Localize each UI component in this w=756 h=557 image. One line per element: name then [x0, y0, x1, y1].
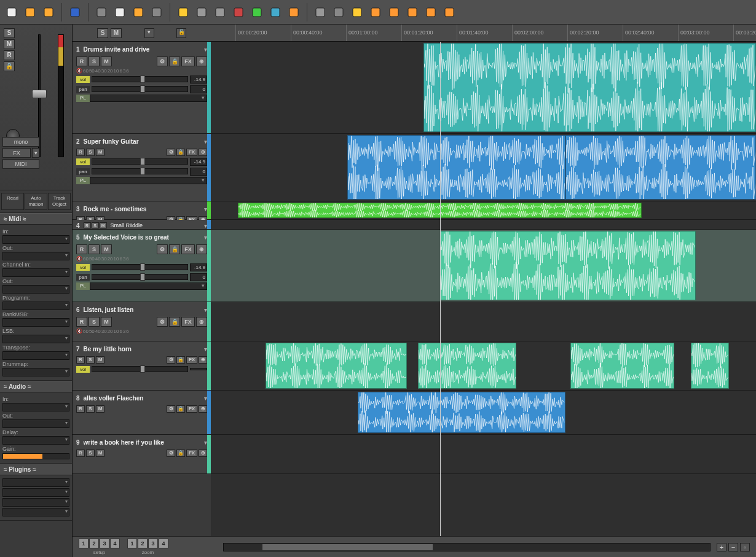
track-name[interactable]: Super funky Guitar [84, 138, 200, 145]
setup-preset-button[interactable]: 1 [79, 539, 89, 548]
volume-slider[interactable] [92, 264, 188, 270]
cut-special-icon[interactable] [150, 6, 163, 19]
fx-button[interactable]: FX [181, 56, 195, 66]
playhead[interactable] [440, 42, 441, 536]
cut-icon[interactable] [95, 6, 108, 19]
track-name[interactable]: Be my little horn [84, 346, 200, 353]
lock-icon[interactable]: 🔒 [169, 317, 180, 327]
track-object-button[interactable]: Track Object [48, 193, 71, 210]
marker-icon[interactable] [176, 6, 190, 19]
mute[interactable]: M [100, 222, 107, 228]
track-lane[interactable] [211, 391, 756, 435]
track-lane[interactable] [211, 220, 756, 230]
field-combo[interactable] [2, 368, 69, 376]
audio-clip[interactable] [266, 343, 408, 389]
pan-slider[interactable] [92, 168, 188, 174]
lock-icon[interactable] [350, 6, 364, 19]
field-combo[interactable] [2, 302, 69, 310]
field-combo[interactable] [2, 436, 69, 445]
range2-icon[interactable] [387, 6, 401, 19]
ruler-menu[interactable]: ▾ [144, 28, 154, 38]
undo-icon[interactable] [195, 6, 208, 19]
record-arm-button[interactable]: R [76, 149, 85, 156]
record-arm-button[interactable]: R [76, 450, 85, 457]
zoom-preset-button[interactable]: 2 [138, 539, 148, 548]
record-arm-button[interactable]: R [76, 317, 87, 327]
automation-button[interactable]: Auto mation [25, 193, 47, 210]
track-name[interactable]: Drums invite and drive [84, 46, 200, 53]
solo-button[interactable]: S [89, 56, 100, 66]
plugin-icon[interactable]: ⊕ [196, 317, 207, 327]
open-folder-icon[interactable] [23, 6, 37, 19]
zoom-in-h[interactable]: + [717, 543, 726, 551]
zoom-tool-icon[interactable] [332, 6, 345, 19]
setup-preset-button[interactable]: 4 [110, 539, 120, 548]
lock-icon[interactable]: 🔒 [176, 450, 185, 457]
plugin-icon[interactable]: ⊕ [199, 356, 207, 364]
field-combo[interactable] [2, 351, 69, 360]
track-lane[interactable] [211, 230, 756, 302]
fx-button[interactable]: FX [181, 317, 195, 327]
gear-icon[interactable]: ⚙ [157, 317, 168, 327]
rec[interactable]: R [84, 222, 91, 228]
snap-icon[interactable] [232, 6, 245, 19]
setup-preset-button[interactable]: 3 [100, 539, 109, 548]
redo-icon[interactable] [213, 6, 227, 19]
lock-icon[interactable]: 🔒 [176, 405, 185, 413]
audio-clip[interactable] [691, 343, 729, 389]
track-lane[interactable] [211, 42, 756, 134]
mute-button[interactable]: M [101, 244, 112, 254]
time-ruler[interactable]: 00:00:20:0000:00:40:0000:01:00:0000:01:2… [211, 25, 756, 41]
track-header[interactable]: 6Listen, just listen▾ R S M ⚙ 🔒 FX ⊕ 🔇 6… [73, 302, 211, 341]
plugin-slot[interactable] [2, 488, 69, 497]
solo-button[interactable]: S [86, 356, 95, 364]
read-button[interactable]: Read [1, 193, 24, 210]
gear-icon[interactable]: ⚙ [167, 356, 175, 364]
plugin-slot[interactable] [2, 508, 69, 516]
global-mute-button[interactable]: M [111, 28, 122, 38]
mute-button[interactable]: M [4, 39, 15, 49]
cursor-arrow-icon[interactable] [313, 6, 327, 19]
plugin-combo[interactable] [90, 282, 207, 290]
mute-button[interactable]: M [101, 56, 112, 66]
lock-icon[interactable]: 🔒 [169, 56, 180, 66]
mute-button[interactable]: M [101, 317, 112, 327]
range4-icon[interactable] [424, 6, 438, 19]
crossfade-icon[interactable] [250, 6, 264, 19]
field-combo[interactable] [2, 419, 69, 428]
plugin-icon[interactable]: ⊕ [196, 56, 207, 66]
plugins-section-header[interactable]: ≈ Plugins ≈ [0, 464, 72, 475]
plugin-icon[interactable]: ⊕ [199, 450, 207, 457]
field-combo[interactable] [2, 235, 69, 244]
lock-button[interactable]: 🔒 [4, 61, 15, 71]
fx-button[interactable]: FX [186, 450, 197, 457]
range5-icon[interactable] [443, 6, 456, 19]
shuffle-icon[interactable] [269, 6, 282, 19]
zoom-out-h[interactable]: − [728, 543, 738, 551]
audio-clip[interactable] [565, 135, 756, 200]
scroll-thumb[interactable] [262, 544, 433, 550]
track-lane[interactable] [211, 341, 756, 391]
global-solo-button[interactable]: S [97, 28, 108, 38]
track-header[interactable]: 2Super funky Guitar▾ R S M ⚙ 🔒 FX ⊕ vol-… [73, 134, 211, 201]
solo-button[interactable]: S [89, 244, 100, 254]
copy-icon[interactable] [113, 6, 127, 19]
plugin-slot[interactable] [2, 498, 69, 507]
track-name[interactable]: write a book here if you like [84, 439, 200, 446]
record-arm-button[interactable]: R [76, 356, 85, 364]
audio-clip[interactable] [440, 231, 696, 300]
field-combo[interactable] [2, 403, 69, 411]
mute-button[interactable]: M [96, 356, 104, 364]
arrangement-area[interactable] [211, 42, 756, 536]
field-combo[interactable] [2, 252, 69, 260]
fx-button[interactable]: FX [186, 149, 197, 156]
track-header[interactable]: 4 RSM Small Riiddle▾ [73, 220, 211, 230]
lock-icon[interactable]: 🔒 [176, 149, 185, 156]
field-combo[interactable] [2, 285, 69, 294]
fader-thumb[interactable] [32, 90, 47, 98]
mute-button[interactable]: M [96, 405, 104, 413]
audio-clip[interactable] [358, 392, 565, 433]
zoom-preset-button[interactable]: 4 [159, 539, 168, 548]
record-arm-button[interactable]: R [76, 244, 87, 254]
field-combo[interactable] [2, 318, 69, 327]
